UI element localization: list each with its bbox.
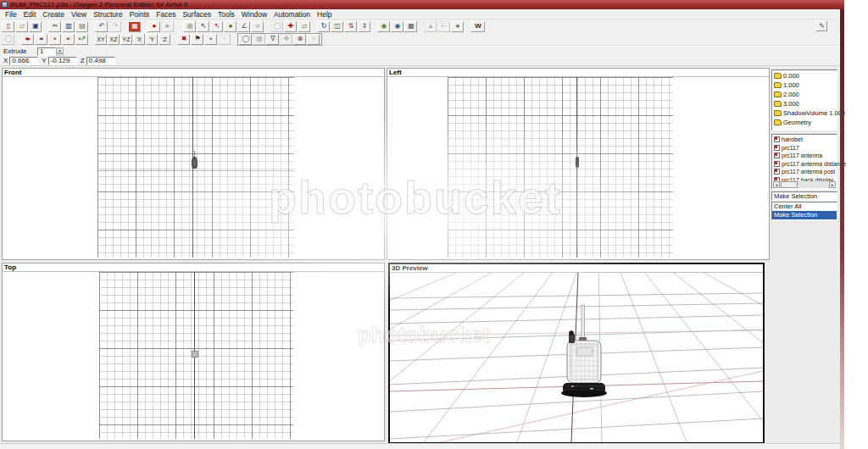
menu-automation[interactable]: Automation (270, 9, 314, 19)
pen-icon[interactable]: ✎ (815, 20, 827, 31)
viewport-3d-preview[interactable]: 3D Preview (388, 263, 765, 444)
open-file-button[interactable]: ▱ (15, 21, 28, 32)
axis-xy-button[interactable]: XY (95, 34, 107, 45)
axis-xz-button[interactable]: XZ (108, 34, 120, 45)
delete-points-button[interactable]: ✖ (177, 34, 190, 45)
menu-file[interactable]: File (2, 9, 20, 19)
snap-point-button[interactable]: ▪↗ (75, 34, 88, 45)
lod-item[interactable]: 3.000 (772, 99, 837, 108)
wire-mode-button[interactable]: W (470, 21, 485, 32)
new-file-button[interactable]: ▯ (2, 21, 14, 32)
title-bar: RUM_PRC117.p3d - Oxygen 2 Personal Editi… (0, 0, 844, 9)
axis-x-button[interactable]: 'X (133, 34, 145, 45)
action-center-all[interactable]: Center All (772, 202, 837, 211)
paste-button[interactable]: ▤ (75, 21, 88, 32)
loop-select-button: ◯ (2, 34, 14, 45)
split-point-button[interactable]: ▪▫ (62, 34, 75, 45)
action-combo[interactable]: Make Selection (771, 191, 837, 201)
scale-tool-button[interactable]: ◫ (331, 21, 343, 32)
menu-faces[interactable]: Faces (153, 9, 179, 19)
grid-mode-button: ▦ (253, 34, 265, 45)
preview-scene (390, 273, 763, 442)
menu-points[interactable]: Points (126, 9, 153, 19)
lod-item[interactable]: Geometry (772, 118, 837, 127)
attach-tool-button[interactable]: ◉ (377, 21, 390, 32)
mirror-tool-button[interactable]: ⇕ (358, 21, 370, 32)
zoom-tool-button[interactable]: ○ (251, 21, 264, 32)
extrude-stepper[interactable]: ▲ ▼ (56, 47, 64, 56)
paint-select-button[interactable]: ● (224, 21, 236, 32)
menu-structure[interactable]: Structure (90, 9, 126, 19)
lod-item[interactable]: 2.000 (772, 90, 837, 99)
point-select-button[interactable]: ↖ (210, 21, 223, 32)
move-updown-button[interactable]: ⇅ (344, 21, 357, 32)
selection-item[interactable]: prc117 (772, 144, 837, 152)
action-make-selection[interactable]: Make Selection (772, 211, 837, 219)
merge-near-button[interactable]: ▪▪ (35, 34, 47, 45)
selection-item[interactable]: prc117 antenna (772, 152, 837, 160)
cut-button[interactable]: ✂ (48, 21, 61, 32)
menu-help[interactable]: Help (314, 9, 335, 19)
detach-tool-button[interactable]: ◉ (391, 21, 403, 32)
viewport-front-canvas[interactable] (3, 77, 384, 259)
menu-surfaces[interactable]: Surfaces (179, 9, 214, 19)
viewport-top[interactable]: Top (2, 263, 385, 441)
weld-points-button[interactable]: ▪ (48, 34, 61, 45)
import-button[interactable]: ▦ (128, 21, 141, 32)
menu-window[interactable]: Window (238, 9, 270, 19)
lod-item[interactable]: 1.000 (772, 80, 837, 90)
axis-yz-button[interactable]: YZ (120, 34, 132, 45)
box-tool-button[interactable]: ▦ (404, 21, 417, 32)
flag-points-button[interactable]: ⚑ (191, 34, 203, 45)
viewport-front[interactable]: Front (2, 68, 385, 260)
extrude-input[interactable]: 1 (37, 47, 56, 56)
angle-select-button[interactable]: ∠ (237, 21, 250, 32)
viewport-top-canvas[interactable] (3, 272, 384, 441)
x-coordinate-field[interactable]: 0.666 (9, 57, 38, 65)
filter-mode-button[interactable]: ∇ (266, 34, 279, 45)
lasso-select-button[interactable]: ↖ (197, 21, 209, 32)
polygon-select-button[interactable]: ▱ (298, 21, 310, 32)
menu-edit[interactable]: Edit (20, 9, 40, 19)
selection-item[interactable]: prc117 antenna post (772, 168, 837, 176)
merge-points-button[interactable]: ▪▸ (21, 34, 34, 45)
selection-scrollbar[interactable]: ◂ ▸ (773, 181, 836, 188)
lock-mode-button[interactable]: ▫ (307, 34, 320, 45)
axis-y-button[interactable]: 'Y (146, 34, 158, 45)
scroll-left-icon[interactable]: ◂ (773, 181, 780, 188)
rotate-tool-button[interactable]: ↻ (317, 21, 330, 32)
zoom-select-button[interactable]: ◎ (183, 21, 196, 32)
undo-button[interactable]: ↶ (95, 21, 108, 32)
lod-item[interactable]: 0.000 (772, 71, 837, 80)
scroll-right-icon[interactable]: ▸ (829, 181, 836, 188)
action-list: Center All Make Selection (771, 202, 837, 220)
viewport-left-canvas[interactable] (387, 77, 769, 259)
menu-tools[interactable]: Tools (214, 9, 238, 19)
copy-button[interactable]: ▥ (62, 21, 75, 32)
delete-mode-button[interactable]: ⊗ (293, 34, 306, 45)
move-points-button[interactable]: ✚ (284, 21, 297, 32)
menu-create[interactable]: Create (39, 9, 68, 19)
viewport-left[interactable]: Left (387, 68, 770, 260)
viewport-front-label: Front (3, 69, 384, 77)
selection-item[interactable]: prc117 antenna distance (772, 160, 837, 169)
stepper-up-icon[interactable]: ▲ (56, 47, 64, 53)
ellipse-mode-button[interactable]: ◯ (239, 34, 252, 45)
y-coordinate-field[interactable]: -0.129 (48, 57, 77, 65)
record-button[interactable]: ● (147, 21, 160, 32)
material-preview-button[interactable]: ● (451, 21, 464, 32)
z-coordinate-field[interactable]: 0.498 (86, 57, 115, 65)
lod-item[interactable]: ShadowVolume 1.000 (772, 108, 837, 118)
fill-points-button[interactable]: ▪ (204, 34, 217, 45)
toolbar-main: ▯ ▱ ▣ ✂ ▥ ▤ ↶ ↷ ▦ ● ► (0, 19, 840, 33)
toolbar-separator (142, 21, 147, 32)
extrude-label: Extrude (3, 47, 37, 55)
menu-bar: File Edit Create View Structure Points F… (0, 9, 840, 19)
axis-z-button[interactable]: 'Z (159, 34, 170, 45)
top-grid (99, 272, 293, 439)
scrollbar-thumb[interactable] (781, 181, 798, 188)
viewport-preview-canvas[interactable] (390, 273, 763, 442)
save-button[interactable]: ▣ (29, 21, 42, 32)
menu-view[interactable]: View (68, 9, 90, 19)
selection-item[interactable]: handset (772, 136, 837, 144)
